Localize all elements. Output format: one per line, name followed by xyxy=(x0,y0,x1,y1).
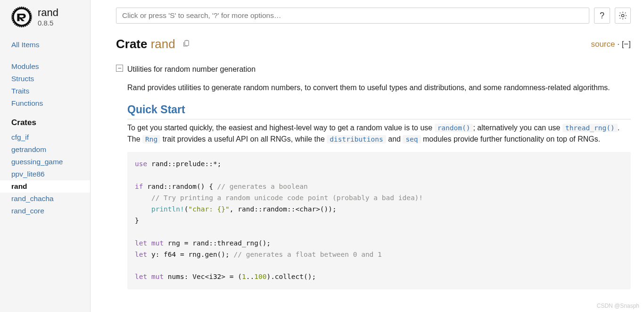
nav-modules[interactable]: Modules xyxy=(11,60,84,73)
page-title: Crate rand xyxy=(116,37,175,51)
code-random[interactable]: random() xyxy=(435,124,473,132)
crate-name-link[interactable]: rand xyxy=(151,37,175,51)
code-rng-trait[interactable]: Rng xyxy=(142,135,160,143)
crates-heading: Crates xyxy=(11,118,84,127)
doc-intro: Rand provides utilities to generate rand… xyxy=(127,82,631,94)
nav-traits[interactable]: Traits xyxy=(11,85,84,97)
doc-block: − Utilities for random number generation… xyxy=(116,64,631,289)
source-link[interactable]: source xyxy=(591,40,615,49)
copy-path-icon[interactable] xyxy=(182,39,190,50)
nav-functions[interactable]: Functions xyxy=(11,97,84,110)
all-items-link[interactable]: All Items xyxy=(11,39,84,51)
code-seq[interactable]: seq xyxy=(403,135,421,143)
crate-link-rand_core[interactable]: rand_core xyxy=(11,205,84,217)
crate-link-ppv_lite86[interactable]: ppv_lite86 xyxy=(11,168,84,180)
nav-structs[interactable]: Structs xyxy=(11,73,84,85)
settings-button[interactable] xyxy=(615,8,631,24)
code-example: use rand::prelude::*; if rand::random() … xyxy=(127,152,631,289)
code-distributions[interactable]: distributions xyxy=(327,135,386,143)
sidebar-header: rand 0.8.5 xyxy=(11,7,84,27)
code-thread-rng[interactable]: thread_rng() xyxy=(562,124,618,132)
watermark: CSDN @Snasph xyxy=(597,303,639,309)
help-button[interactable]: ? xyxy=(594,8,610,24)
doc-toggle-icon[interactable]: − xyxy=(116,65,123,72)
crate-link-rand_chacha[interactable]: rand_chacha xyxy=(11,193,84,205)
title-bar: Crate rand source · [−] xyxy=(116,37,631,51)
doc-summary: Utilities for random number generation xyxy=(127,64,631,76)
search-input[interactable] xyxy=(116,8,589,24)
rust-logo-icon xyxy=(11,7,32,27)
crate-link-getrandom[interactable]: getrandom xyxy=(11,143,84,156)
quick-start-heading[interactable]: Quick Start xyxy=(127,103,631,119)
crate-name[interactable]: rand xyxy=(38,7,58,18)
sidebar: rand 0.8.5 All Items Modules Structs Tra… xyxy=(0,0,91,312)
svg-rect-1 xyxy=(21,7,22,8)
svg-point-2 xyxy=(21,17,22,17)
quick-start-paragraph: To get you started quickly, the easiest … xyxy=(127,122,631,146)
crate-version: 0.8.5 xyxy=(38,19,58,27)
topbar: ? xyxy=(116,8,631,24)
title-actions: source · [−] xyxy=(591,40,631,49)
collapse-toggle[interactable]: [−] xyxy=(622,40,631,49)
svg-rect-4 xyxy=(185,41,189,46)
main-content: ? Crate rand source · [−] xyxy=(91,0,644,312)
crate-link-guessing_game[interactable]: guessing_game xyxy=(11,156,84,168)
gear-icon xyxy=(618,11,627,20)
crate-link-cfg_if[interactable]: cfg_if xyxy=(11,131,84,143)
crate-link-rand[interactable]: rand xyxy=(0,180,90,193)
svg-point-3 xyxy=(621,14,624,17)
